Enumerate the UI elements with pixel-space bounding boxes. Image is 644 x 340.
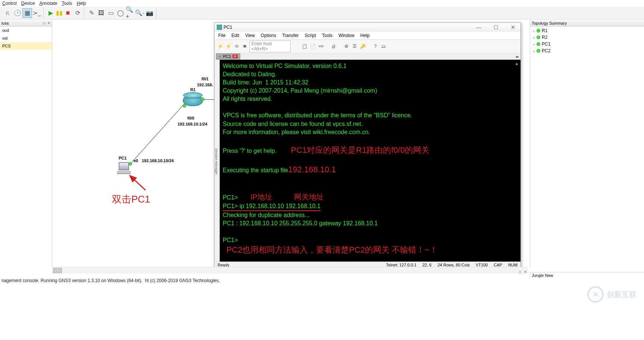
red-ip-label: IP地址 <box>250 193 272 201</box>
topology-summary-panel: Topology Summary R1 R2 PC1 PC2 <box>530 20 644 267</box>
ellipse-icon[interactable]: ◯ <box>116 8 125 18</box>
term-about-icon[interactable]: 🗂 <box>380 41 387 51</box>
term-disconnect-icon[interactable]: ✖ <box>241 41 248 51</box>
window-minimize-button[interactable]: — <box>473 24 484 30</box>
zoom-out-icon[interactable]: 🔍- <box>135 8 145 18</box>
term-menu-transfer[interactable]: Transfer <box>282 33 298 38</box>
term-copy-icon[interactable]: 📋 <box>301 41 308 51</box>
menu-device[interactable]: Device <box>21 1 35 6</box>
term-menu-script[interactable]: Script <box>304 33 316 38</box>
term-paste-icon[interactable]: 📄 <box>309 41 316 51</box>
zoom-in-icon[interactable]: 🔍+ <box>125 8 135 18</box>
topology-item-pc2[interactable]: PC2 <box>532 47 643 54</box>
led-icon <box>537 29 540 33</box>
menu-tools[interactable]: Tools <box>62 1 72 6</box>
menu-control[interactable]: Control <box>2 1 17 6</box>
term-quick-icon[interactable]: ⚡ <box>225 41 232 51</box>
term-menu-window[interactable]: Window <box>338 33 354 38</box>
watermark-logo: ✕ 创新互联 <box>587 286 637 303</box>
console-undock-icon[interactable]: ◇ <box>519 270 522 274</box>
led-icon <box>537 42 540 46</box>
term-help-icon[interactable]: ? <box>372 41 379 51</box>
menu-help[interactable]: Help <box>76 1 86 6</box>
toolbar-icon-1[interactable]: ⎌ <box>3 8 13 18</box>
tab-scroll-right[interactable]: ▸ <box>517 55 519 59</box>
terminal-app-icon <box>217 25 222 30</box>
term-menu-help[interactable]: Help <box>360 33 370 38</box>
image-icon[interactable]: 🖼 <box>96 8 106 18</box>
device-item-cloud[interactable]: oud <box>0 27 52 34</box>
watermark-icon: ✕ <box>587 286 604 303</box>
tab-close-icon[interactable]: ✕ <box>232 55 238 58</box>
jungle-label: Jungle New <box>532 273 553 278</box>
red-annotation-gateway: PC1对应的网关是R1路由的f0/0的网关 <box>291 145 430 155</box>
link-dot-r1-f01 <box>201 98 204 101</box>
note-icon[interactable]: ✎ <box>87 8 96 18</box>
panel-close-icon[interactable]: ✕ <box>47 21 50 25</box>
toolbar-grid-icon[interactable]: ▦ <box>22 8 32 18</box>
device-item-host[interactable]: ost <box>0 34 52 42</box>
red-gw-label: 网关地址 <box>294 193 324 201</box>
console-dock-controls: ◇ ✕ <box>0 269 528 274</box>
toolbar-console-icon[interactable]: ≻_ <box>32 8 42 18</box>
term-find-icon[interactable]: 👓 <box>318 41 324 51</box>
terminal-title-text: PC1 <box>223 25 232 30</box>
terminal-body[interactable]: ▲Welcome to Virtual PC Simulator, versio… <box>220 60 520 262</box>
ip-command-line: PC1> ip 192.168.10.10 192.168.10.1 <box>223 202 321 211</box>
devices-panel-header: ices ◇✕ <box>0 20 52 27</box>
stop-button[interactable]: ■ <box>63 8 73 18</box>
term-menu-file[interactable]: File <box>218 33 225 38</box>
menu-annotate[interactable]: Annotate <box>39 1 57 6</box>
terminal-window-pc1: PC1 — ☐ ✕ File Edit View Options Transfe… <box>214 22 521 268</box>
term-key-icon[interactable]: 🔑 <box>359 41 366 51</box>
term-gear-icon[interactable]: ⚙ <box>343 41 350 51</box>
f01-label: f0/1 <box>201 77 209 81</box>
device-item-vpcs[interactable]: PCS <box>0 42 52 50</box>
main-toolbar: ⎌ 🕒 ▦ ≻_ ▶ ▮▮ ■ ⟳ ✎ 🖼 ▭ ◯ 🔍+ 🔍- 📷 <box>0 7 644 19</box>
term-menu-options[interactable]: Options <box>261 33 276 38</box>
pause-button[interactable]: ▮▮ <box>56 8 63 18</box>
r1-label: R1 <box>190 87 196 92</box>
panel-undock-icon[interactable]: ◇ <box>43 21 46 25</box>
term-menu-edit[interactable]: Edit <box>231 33 239 38</box>
camera-icon[interactable]: 📷 <box>145 8 154 18</box>
toolbar-stopwatch-icon[interactable]: 🕒 <box>13 8 22 18</box>
term-print-icon[interactable]: 🖨 <box>330 41 337 51</box>
topology-summary-header: Topology Summary <box>530 20 644 27</box>
play-button[interactable]: ▶ <box>46 8 56 18</box>
term-session-icon[interactable]: ☰ <box>351 41 358 51</box>
topology-item-r1[interactable]: R1 <box>532 27 643 34</box>
window-close-button[interactable]: ✕ <box>508 24 518 30</box>
router-r1[interactable] <box>183 95 203 106</box>
led-icon <box>537 49 540 53</box>
reload-button[interactable]: ⟳ <box>73 8 82 18</box>
terminal-tab-pc1[interactable]: PC1✕ <box>216 53 240 59</box>
right-bottom-panel: Jungle New <box>530 272 644 278</box>
topology-summary-title: Topology Summary <box>532 21 567 25</box>
terminal-menu-bar: File Edit View Options Transfer Script T… <box>215 32 520 40</box>
e0-subnet: 192.168.10.10/24 <box>142 158 174 163</box>
red-gateway-ip: 192.168.10.1 <box>288 165 336 174</box>
term-reconnect-icon[interactable]: ⟲ <box>233 41 240 51</box>
window-maximize-button[interactable]: ☐ <box>491 24 501 30</box>
svg-line-0 <box>130 176 146 190</box>
topology-item-r2[interactable]: R2 <box>532 34 643 41</box>
red-annotation-dblclick-pc1: 双击PC1 <box>112 193 150 206</box>
term-connect-icon[interactable]: ⚡ <box>217 41 223 51</box>
terminal-host-input[interactable]: Enter host <Alt+R> <box>250 40 291 52</box>
f00-label: f0/0 <box>187 116 194 120</box>
rectangle-icon[interactable]: ▭ <box>106 8 116 18</box>
term-menu-view[interactable]: View <box>245 33 255 38</box>
terminal-session-manager-strip[interactable]: Session Manager <box>215 60 220 262</box>
f00-subnet: 192.168.10.1/24 <box>178 122 207 126</box>
terminal-titlebar[interactable]: PC1 — ☐ ✕ <box>215 23 520 32</box>
gns3-console-output[interactable]: nagement console. Running GNS3 version 1… <box>0 277 528 291</box>
led-icon <box>537 35 540 39</box>
link-dot-r1-f00 <box>183 104 186 108</box>
topology-item-pc1[interactable]: PC1 <box>532 41 643 47</box>
pc1-label: PC1 <box>119 156 126 160</box>
term-menu-tools[interactable]: Tools <box>322 33 332 38</box>
scroll-up-icon[interactable]: ▲ <box>515 61 519 67</box>
f01-subnet: 192.168. <box>197 83 213 87</box>
console-close-icon[interactable]: ✕ <box>524 270 527 274</box>
